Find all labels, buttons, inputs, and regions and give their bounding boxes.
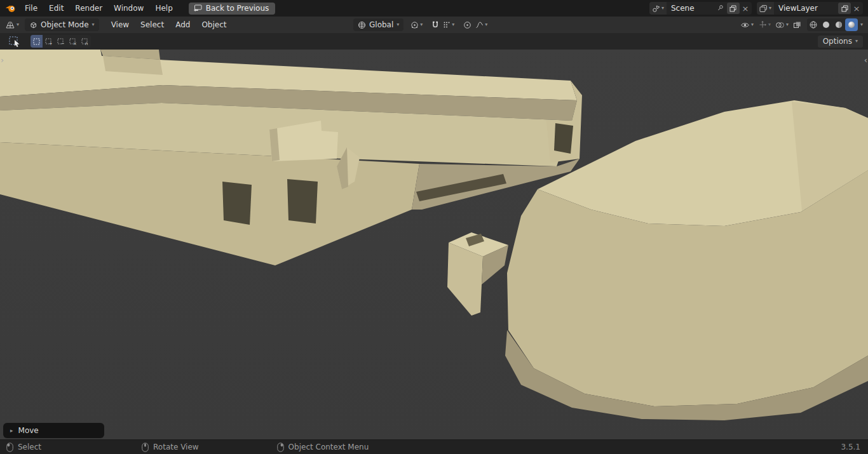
new-scene-button[interactable] (727, 3, 740, 14)
viewport-menus: View Select Add Object (105, 17, 233, 33)
shading-material-button[interactable] (832, 18, 845, 31)
shading-settings-dropdown[interactable]: ▾ (858, 18, 865, 31)
select-invert-icon: × (69, 38, 76, 45)
dropdown-arrow-icon: ▾ (452, 22, 454, 27)
dropdown-arrow-icon: ▾ (768, 22, 771, 27)
gizmos-dropdown[interactable]: ▾ (756, 18, 773, 31)
orientation-label: Global (369, 20, 393, 29)
menu-object[interactable]: Object (196, 17, 232, 33)
dropdown-arrow-icon: ▾ (420, 22, 423, 27)
magnet-icon (431, 21, 439, 29)
back-icon (193, 4, 202, 12)
menu-view[interactable]: View (105, 17, 135, 33)
tool-settings-bar: + − × ∩ Options ▾ (0, 33, 868, 50)
overlays-dropdown[interactable]: ▾ (773, 18, 790, 31)
active-tool-button[interactable] (8, 34, 23, 48)
keymap-hint-select: Select (6, 443, 41, 452)
viewlayer-browse-button[interactable]: ▾ (757, 2, 774, 15)
new-viewlayer-button[interactable] (838, 3, 851, 14)
dropdown-arrow-icon: ▾ (661, 6, 664, 11)
select-set-icon (33, 38, 40, 45)
xray-toggle-button[interactable] (791, 18, 803, 31)
select-mode-invert-button[interactable]: × (67, 35, 79, 48)
svg-text:∩: ∩ (85, 41, 88, 45)
viewport-display-controls: ▾ ▾ ▾ (738, 18, 865, 31)
blender-version-label: 3.5.1 (841, 443, 860, 451)
shading-solid-button[interactable] (820, 18, 832, 31)
viewlayer-selector: ▾ ViewLayer × (757, 2, 863, 15)
viewlayer-name-field[interactable]: ViewLayer (774, 4, 837, 13)
menu-select[interactable]: Select (135, 17, 170, 33)
object-mode-icon (29, 21, 37, 29)
shading-mode-group (807, 18, 858, 31)
sidebar-expand-arrow[interactable]: ‹ (864, 56, 867, 64)
menu-edit[interactable]: Edit (43, 0, 69, 17)
pin-icon (717, 4, 724, 12)
select-mode-set-button[interactable] (31, 35, 43, 48)
right-mouse-icon (277, 443, 284, 452)
proportional-falloff-dropdown[interactable]: ▾ (473, 18, 489, 31)
blender-logo-icon (5, 4, 17, 13)
proportional-editing-icon (463, 21, 471, 29)
wireframe-sphere-icon (809, 20, 818, 29)
svg-text:−: − (61, 41, 64, 45)
keymap-label: Rotate View (153, 443, 199, 451)
blender-menu-button[interactable] (4, 4, 19, 13)
orientation-dropdown[interactable]: Global ▾ (353, 18, 403, 31)
duplicate-icon (729, 5, 736, 12)
back-to-previous-button[interactable]: Back to Previous (189, 3, 276, 15)
topbar: File Edit Render Window Help Back to Pre… (0, 0, 868, 17)
menu-render[interactable]: Render (69, 0, 108, 17)
scene-browse-button[interactable]: ▾ (649, 2, 667, 15)
editor-type-button[interactable]: ▾ (3, 18, 21, 31)
pivot-point-dropdown[interactable]: ▾ (409, 18, 424, 31)
viewlayer-icon (759, 4, 768, 13)
box-select-tool-icon (9, 36, 22, 47)
menu-window[interactable]: Window (108, 0, 149, 17)
select-mode-extend-button[interactable]: + (43, 35, 55, 48)
eye-icon (740, 21, 750, 29)
remove-viewlayer-button[interactable]: × (851, 3, 862, 14)
scene-render (0, 50, 868, 439)
overlays-icon (775, 21, 785, 29)
statusbar: Select Rotate View Object Context Menu 3… (0, 439, 868, 454)
shading-rendered-button[interactable] (845, 18, 858, 31)
operator-panel-label: Move (18, 426, 39, 435)
keymap-label: Select (18, 443, 41, 451)
object-visibility-dropdown[interactable]: ▾ (738, 18, 756, 31)
snap-toggle-button[interactable] (430, 18, 441, 31)
menu-add[interactable]: Add (170, 17, 196, 33)
select-subtract-icon: − (57, 38, 64, 45)
duplicate-icon (841, 5, 848, 12)
select-mode-group: + − × ∩ (31, 35, 91, 48)
viewport-3d[interactable]: › ‹ ▸ Move (0, 50, 868, 439)
keymap-label: Object Context Menu (288, 443, 369, 451)
mode-dropdown[interactable]: Object Mode ▾ (25, 18, 99, 31)
select-mode-intersect-button[interactable]: ∩ (79, 35, 91, 48)
shading-wireframe-button[interactable] (807, 18, 820, 31)
scene-icon (652, 4, 660, 13)
viewport-header: ▾ Object Mode ▾ View Select Add Object G… (0, 17, 868, 33)
transform-controls: Global ▾ ▾ ▾ (353, 18, 489, 31)
menu-help[interactable]: Help (149, 0, 178, 17)
options-label: Options (823, 37, 852, 46)
toolbar-expand-arrow[interactable]: › (1, 56, 4, 64)
pin-scene-button[interactable] (715, 3, 726, 14)
dropdown-arrow-icon: ▾ (397, 22, 399, 27)
options-dropdown[interactable]: Options ▾ (818, 36, 863, 48)
scene-selector: ▾ Scene × (649, 2, 752, 15)
proportional-editing-toggle[interactable] (461, 18, 473, 31)
snap-settings-dropdown[interactable]: ▾ (441, 18, 456, 31)
select-intersect-icon: ∩ (81, 38, 88, 45)
rendered-sphere-icon (847, 20, 856, 29)
operator-panel-move[interactable]: ▸ Move (3, 423, 104, 438)
menu-file[interactable]: File (19, 0, 43, 17)
select-mode-subtract-button[interactable]: − (55, 35, 67, 48)
snap-grid-icon (443, 21, 451, 29)
dropdown-arrow-icon: ▾ (92, 22, 95, 27)
keymap-hint-rotate-view: Rotate View (142, 443, 199, 452)
dropdown-arrow-icon: ▾ (786, 22, 789, 27)
unlink-scene-button[interactable]: × (740, 3, 750, 14)
scene-name-field[interactable]: Scene (667, 4, 715, 13)
gizmo-icon (758, 20, 767, 29)
